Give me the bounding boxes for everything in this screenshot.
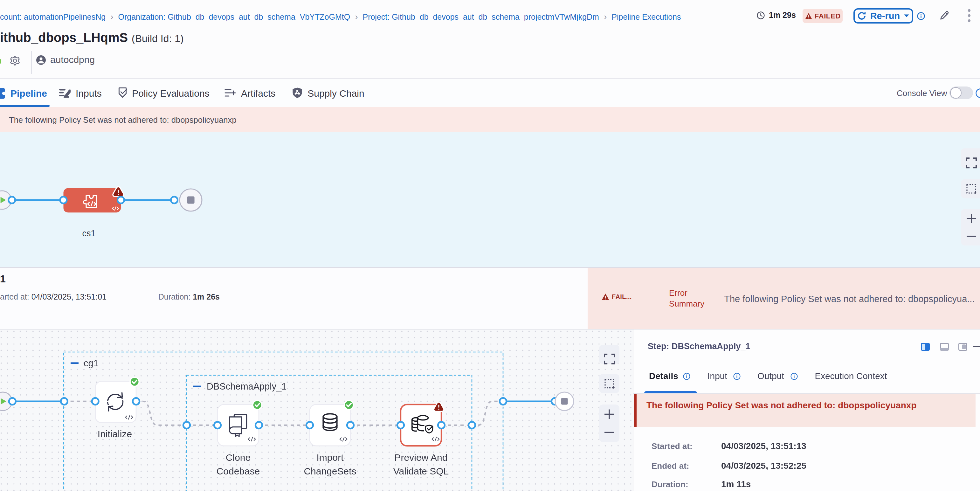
svg-text:DBSchemaApply_1: DBSchemaApply_1 [207, 381, 286, 391]
svg-text:cs1: cs1 [82, 229, 96, 238]
svg-text:Clone: Clone [226, 452, 251, 463]
svg-text:ChangeSets: ChangeSets [304, 466, 356, 477]
svg-text:Initialize: Initialize [98, 429, 132, 439]
svg-text:cg1: cg1 [84, 358, 99, 368]
svg-text:Codebase: Codebase [216, 466, 260, 477]
svg-text:Validate SQL: Validate SQL [393, 466, 449, 477]
svg-text:Import: Import [317, 452, 344, 463]
svg-text:Preview And: Preview And [395, 452, 448, 463]
